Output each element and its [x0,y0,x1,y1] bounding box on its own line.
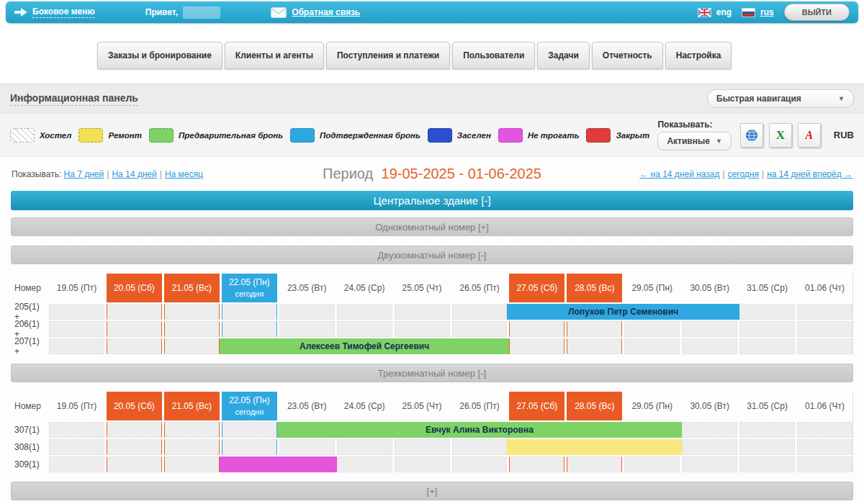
day-cell[interactable] [682,456,737,472]
day-cell[interactable] [164,439,220,455]
day-cell[interactable] [395,321,450,337]
nav-tab[interactable]: Поступления и платежи [326,42,450,69]
day-cell[interactable] [567,456,622,472]
day-cell[interactable] [452,456,508,472]
day-cell[interactable] [164,304,220,320]
day-cell[interactable] [49,422,104,438]
day-cell[interactable] [395,439,450,455]
day-cell[interactable] [164,456,220,472]
room-label[interactable]: 309(1) [11,456,47,472]
day-cell[interactable] [164,422,220,438]
day-cell[interactable] [164,321,220,337]
day-cell[interactable] [509,456,564,472]
booking-bar[interactable]: Лопухов Петр Семенович [507,304,739,320]
day-cell[interactable] [739,439,795,455]
day-cell[interactable] [509,321,564,337]
range-month-link[interactable]: На месяц [165,169,203,179]
day-cell[interactable] [107,304,162,320]
room-label[interactable]: 308(1) [11,439,47,455]
active-filter-select[interactable]: Активные ▼ [657,132,731,150]
logout-button[interactable]: выйти [784,4,850,21]
lang-eng-link[interactable]: eng [716,7,732,17]
day-cell[interactable] [624,338,680,354]
day-cell[interactable] [337,304,392,320]
day-cell[interactable] [164,338,220,354]
nav-tab[interactable]: Отчетность [592,42,663,69]
day-cell[interactable] [797,439,852,455]
day-cell[interactable] [49,338,104,354]
day-cell[interactable] [222,304,277,320]
day-cell[interactable] [452,321,508,337]
day-cell[interactable] [797,321,852,337]
day-cell[interactable] [797,456,852,472]
day-cell[interactable] [395,304,450,320]
day-cell[interactable] [682,321,737,337]
day-cell[interactable] [107,456,162,472]
day-cell[interactable] [739,321,795,337]
nav-tab[interactable]: Клиенты и агенты [225,42,324,69]
day-cell[interactable] [222,422,277,438]
booking-bar[interactable] [220,456,337,472]
building-header-bar[interactable]: Центральное здание [-] [11,191,853,210]
quick-navigation-select[interactable]: Быстрая навигация ▼ [707,89,854,108]
day-cell[interactable] [222,439,277,455]
excel-export-icon[interactable]: X [769,123,792,148]
day-cell[interactable] [49,439,104,455]
side-menu-link[interactable]: Боковое меню [32,6,95,18]
booking-bar[interactable]: Алексеев Тимофей Сергеевич [220,338,510,354]
nav-tab[interactable]: Заказы и бронирование [97,42,222,69]
day-cell[interactable] [279,304,335,320]
day-cell[interactable] [452,439,508,455]
room-label[interactable]: 207(1) + [11,338,47,354]
web-export-icon[interactable] [740,123,763,148]
pdf-export-icon[interactable]: A [798,123,821,148]
forward-14-days-link[interactable]: на 14 дней вперёд → [767,169,852,179]
day-cell[interactable] [452,304,508,320]
room-label[interactable]: 205(1) + [11,304,47,320]
day-cell[interactable] [279,439,335,455]
lang-rus-link[interactable]: rus [760,7,774,17]
day-cell[interactable] [107,321,162,337]
today-link[interactable]: сегодня [728,169,759,179]
day-cell[interactable] [337,439,392,455]
day-cell[interactable] [222,321,277,337]
range-14-days-link[interactable]: На 14 дней [112,169,156,179]
day-cell[interactable] [509,338,564,354]
day-cell[interactable] [567,338,622,354]
room-type-bar[interactable]: Однокомнатный номер [+] [11,217,853,236]
day-cell[interactable] [682,439,737,455]
nav-tab[interactable]: Настройка [665,42,732,69]
day-cell[interactable] [739,456,795,472]
back-14-days-link[interactable]: ← на 14 дней назад [639,169,719,179]
day-cell[interactable] [739,304,795,320]
day-cell[interactable] [49,456,104,472]
booking-bar[interactable]: Евчук Алина Викторовна [277,422,683,438]
day-cell[interactable] [624,321,680,337]
nav-tab[interactable]: Пользователи [452,42,535,69]
day-cell[interactable] [107,422,162,438]
room-type-bar[interactable]: Двухкомнатный номер [-] [11,246,853,264]
day-cell[interactable] [682,422,737,438]
day-cell[interactable] [49,304,104,320]
day-cell[interactable] [337,456,392,472]
day-cell[interactable] [797,304,852,320]
day-cell[interactable] [49,321,104,337]
day-cell[interactable] [739,338,795,354]
day-cell[interactable] [682,338,737,354]
room-type-bar[interactable]: [+] [11,482,853,500]
day-cell[interactable] [279,321,335,337]
range-7-days-link[interactable]: На 7 дней [64,169,104,179]
booking-bar[interactable] [507,439,682,455]
day-cell[interactable] [107,439,162,455]
day-cell[interactable] [624,456,680,472]
day-cell[interactable] [797,422,852,438]
day-cell[interactable] [395,456,450,472]
room-label[interactable]: 307(1) [11,422,47,438]
day-cell[interactable] [797,338,852,354]
room-type-bar[interactable]: Трехкомнатный номер [-] [11,364,853,382]
room-label[interactable]: 206(1) + [11,321,47,337]
day-cell[interactable] [567,321,622,337]
nav-tab[interactable]: Задачи [537,42,590,69]
feedback-link[interactable]: Обратная связь [292,7,360,17]
day-cell[interactable] [107,338,162,354]
